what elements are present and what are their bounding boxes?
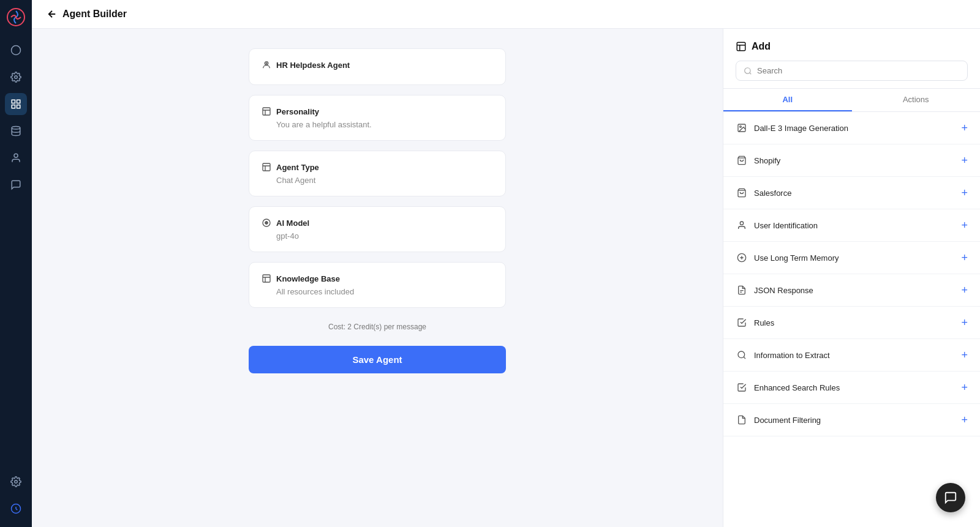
add-user-id-button[interactable]: + — [961, 220, 968, 231]
salesforce-label: Salesforce — [754, 189, 791, 198]
svg-point-24 — [740, 222, 743, 225]
svg-rect-3 — [12, 100, 15, 103]
extract-icon — [736, 349, 748, 361]
svg-point-1 — [12, 46, 21, 55]
knowledge-base-title: Knowledge Base — [262, 274, 493, 283]
save-agent-button[interactable]: Save Agent — [249, 346, 506, 373]
svg-rect-14 — [263, 163, 270, 171]
doc-filter-label: Document Filtering — [754, 416, 821, 425]
agent-type-value: Chat Agent — [276, 176, 493, 185]
search-input[interactable] — [757, 66, 960, 75]
sidebar-item-settings[interactable] — [5, 66, 27, 88]
json-label: JSON Response — [754, 286, 813, 295]
extract-label: Information to Extract — [754, 351, 830, 360]
shopify-label: Shopify — [754, 156, 780, 165]
agent-name-title: HR Helpdesk Agent — [262, 60, 493, 70]
add-doc-filter-button[interactable]: + — [961, 414, 968, 425]
dalle-icon — [736, 122, 748, 134]
add-panel: Add All Actions Dall-E — [723, 29, 980, 527]
list-item[interactable]: Use Long Term Memory + — [723, 242, 980, 274]
agent-type-card[interactable]: Agent Type Chat Agent — [249, 151, 506, 196]
search-box — [736, 61, 968, 81]
svg-point-12 — [266, 63, 266, 64]
svg-rect-13 — [263, 108, 270, 115]
shopify-icon — [736, 154, 748, 166]
personality-icon — [262, 107, 271, 116]
svg-rect-5 — [12, 105, 15, 108]
personality-value: You are a helpful assistant. — [276, 120, 493, 129]
sidebar-item-chat[interactable] — [5, 174, 27, 196]
memory-label: Use Long Term Memory — [754, 253, 839, 263]
ai-model-value: gpt-4o — [276, 231, 493, 241]
list-item[interactable]: JSON Response + — [723, 274, 980, 307]
add-shopify-button[interactable]: + — [961, 155, 968, 166]
chat-fab-button[interactable] — [936, 483, 965, 512]
add-panel-header: Add — [723, 29, 980, 89]
knowledge-base-card[interactable]: Knowledge Base All resources included — [249, 262, 506, 308]
sidebar-item-grid[interactable] — [5, 93, 27, 115]
list-item[interactable]: Document Filtering + — [723, 404, 980, 436]
add-memory-button[interactable]: + — [961, 252, 968, 263]
svg-point-28 — [738, 351, 745, 358]
add-json-button[interactable]: + — [961, 285, 968, 296]
add-extract-button[interactable]: + — [961, 349, 968, 361]
knowledge-base-value: All resources included — [276, 287, 493, 296]
content-area: HR Helpdesk Agent Personality You are a … — [32, 29, 980, 527]
app-logo[interactable] — [6, 7, 26, 27]
tab-all[interactable]: All — [723, 89, 852, 111]
back-button[interactable]: Agent Builder — [47, 9, 127, 20]
add-enhanced-search-button[interactable]: + — [961, 382, 968, 393]
user-id-label: User Identification — [754, 221, 818, 230]
svg-rect-17 — [263, 275, 270, 282]
agent-type-title: Agent Type — [262, 162, 493, 172]
add-salesforce-button[interactable]: + — [961, 187, 968, 198]
main-area: Agent Builder HR Helpdesk Agent — [32, 0, 980, 527]
cards-container: HR Helpdesk Agent Personality You are a … — [249, 48, 506, 373]
personality-card[interactable]: Personality You are a helpful assistant. — [249, 95, 506, 141]
add-rules-button[interactable]: + — [961, 317, 968, 328]
ai-model-title: AI Model — [262, 218, 493, 228]
agent-icon — [262, 60, 271, 70]
sidebar-item-home[interactable] — [5, 39, 27, 61]
sidebar — [0, 0, 32, 527]
list-item[interactable]: Shopify + — [723, 144, 980, 177]
tab-actions[interactable]: Actions — [852, 89, 981, 111]
personality-title: Personality — [262, 107, 493, 116]
list-item[interactable]: Information to Extract + — [723, 339, 980, 372]
center-panel: HR Helpdesk Agent Personality You are a … — [32, 29, 723, 527]
svg-rect-18 — [737, 42, 745, 51]
add-panel-title-icon — [736, 41, 747, 52]
items-list: Dall-E 3 Image Generation + Shopify + — [723, 112, 980, 527]
list-item[interactable]: Enhanced Search Rules + — [723, 372, 980, 404]
enhanced-search-icon — [736, 381, 748, 394]
rules-label: Rules — [754, 318, 774, 327]
svg-rect-4 — [17, 100, 20, 103]
list-item[interactable]: Dall-E 3 Image Generation + — [723, 112, 980, 144]
svg-point-9 — [15, 480, 18, 484]
sidebar-item-users[interactable] — [5, 147, 27, 169]
list-item[interactable]: Rules + — [723, 307, 980, 339]
ai-model-card[interactable]: AI Model gpt-4o — [249, 206, 506, 252]
svg-point-19 — [745, 67, 750, 73]
cost-text: Cost: 2 Credit(s) per message — [249, 323, 506, 331]
json-icon — [736, 284, 748, 296]
sidebar-item-account[interactable] — [5, 498, 27, 520]
memory-icon — [736, 252, 748, 264]
add-dalle-button[interactable]: + — [961, 122, 968, 133]
svg-point-2 — [15, 76, 18, 79]
sidebar-item-database[interactable] — [5, 120, 27, 142]
agent-name-card[interactable]: HR Helpdesk Agent — [249, 48, 506, 85]
header: Agent Builder — [32, 0, 980, 29]
list-item[interactable]: Salesforce + — [723, 177, 980, 209]
tabs: All Actions — [723, 89, 980, 112]
rules-icon — [736, 316, 748, 329]
list-item[interactable]: User Identification + — [723, 209, 980, 242]
sidebar-item-gear[interactable] — [5, 471, 27, 493]
ai-model-icon — [262, 218, 271, 228]
svg-point-8 — [14, 154, 18, 157]
doc-filter-icon — [736, 414, 748, 426]
search-icon — [744, 67, 752, 75]
salesforce-icon — [736, 187, 748, 199]
svg-rect-6 — [17, 105, 20, 108]
user-id-icon — [736, 219, 748, 231]
